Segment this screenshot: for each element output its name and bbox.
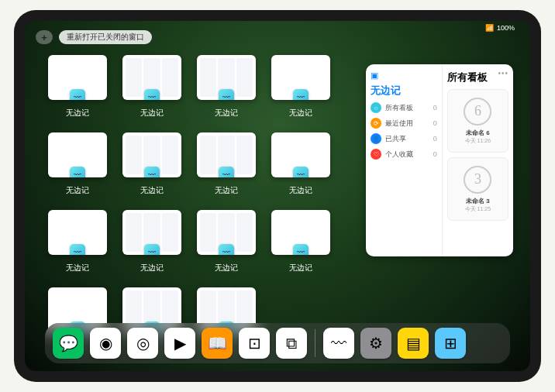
freeform-app-icon: 〰 <box>219 167 234 177</box>
dock-folder-icon[interactable]: ⊞ <box>435 328 466 359</box>
sidebar-item[interactable]: ⟳最近使用0 <box>371 118 437 129</box>
dock: 💬◉◎▶📖⊡⧉〰⚙▤⊞ <box>45 323 510 363</box>
window-thumbnail[interactable]: 〰 <box>48 210 107 255</box>
panel-sidebar: ▣ 无边记 ○所有看板0⟳最近使用0👤已共享0♡个人收藏0 <box>366 64 443 256</box>
sidebar-item[interactable]: ○所有看板0 <box>371 102 437 113</box>
window-label: 无边记 <box>289 263 312 273</box>
screen: 📶 100% + 重新打开已关闭的窗口 〰无边记〰无边记〰无边记〰无边记〰无边记… <box>25 21 530 371</box>
sidebar-item-count: 0 <box>433 104 437 112</box>
status-bar: 📶 100% <box>485 24 515 32</box>
dock-quark-hd-icon[interactable]: ◉ <box>90 328 121 359</box>
window-label: 无边记 <box>215 185 238 196</box>
freeform-app-icon: 〰 <box>293 244 309 255</box>
window-item[interactable]: 〰无边记 <box>197 55 256 119</box>
window-label: 无边记 <box>289 108 312 119</box>
dock-books-icon[interactable]: 📖 <box>202 328 233 359</box>
freeform-app-icon: 〰 <box>144 167 160 177</box>
window-thumbnail[interactable]: 〰 <box>271 55 330 100</box>
freeform-app-icon: 〰 <box>219 244 234 255</box>
window-item[interactable]: 〰无边记 <box>271 55 330 119</box>
window-label: 无边记 <box>215 108 238 119</box>
window-label: 无边记 <box>289 185 312 196</box>
window-thumbnail[interactable]: 〰 <box>197 132 256 177</box>
sidebar-item-icon: ○ <box>371 102 381 113</box>
window-item[interactable]: 〰无边记 <box>197 132 256 196</box>
add-window-button[interactable]: + <box>36 30 53 44</box>
window-label: 无边记 <box>140 185 164 196</box>
board-card[interactable]: 3未命名 3今天 11:25 <box>447 157 508 221</box>
window-thumbnail[interactable]: 〰 <box>197 210 256 255</box>
window-item[interactable]: 〰无边记 <box>122 132 181 196</box>
window-item[interactable]: 〰无边记 <box>48 210 107 273</box>
sidebar-item-count: 0 <box>433 150 437 158</box>
freeform-app-icon: 〰 <box>144 89 160 100</box>
window-label: 无边记 <box>66 108 89 119</box>
sidebar-item-label: 已共享 <box>385 134 406 144</box>
dock-freeform-icon[interactable]: 〰 <box>323 328 354 359</box>
sidebar-item-label: 所有看板 <box>385 103 413 113</box>
panel-left-title: 无边记 <box>371 84 437 98</box>
window-item[interactable]: 〰无边记 <box>197 210 256 273</box>
freeform-app-icon: 〰 <box>293 167 309 177</box>
window-item[interactable]: 〰无边记 <box>48 55 107 119</box>
sidebar-item[interactable]: ♡个人收藏0 <box>371 149 437 160</box>
freeform-app-icon: 〰 <box>144 244 160 255</box>
dock-divider <box>315 329 315 357</box>
window-thumbnail[interactable]: 〰 <box>271 132 330 177</box>
sidebar-item-icon: ⟳ <box>371 118 381 129</box>
window-label: 无边记 <box>215 263 238 273</box>
sidebar-item-label: 最近使用 <box>385 119 413 129</box>
top-controls: + 重新打开已关闭的窗口 <box>36 30 152 44</box>
sidebar-item-count: 0 <box>433 119 437 127</box>
window-label: 无边记 <box>66 263 89 273</box>
window-thumbnail[interactable]: 〰 <box>197 55 256 100</box>
sidebar-item-icon: ♡ <box>371 149 381 160</box>
window-item[interactable]: 〰无边记 <box>48 132 107 196</box>
ipad-frame: 📶 100% + 重新打开已关闭的窗口 〰无边记〰无边记〰无边记〰无边记〰无边记… <box>14 10 541 382</box>
board-time: 今天 11:26 <box>465 137 491 145</box>
battery-label: 100% <box>497 24 515 32</box>
window-item[interactable]: 〰无边记 <box>122 55 181 119</box>
sidebar-list: ○所有看板0⟳最近使用0👤已共享0♡个人收藏0 <box>371 102 437 160</box>
dock-settings-icon[interactable]: ⚙ <box>360 328 391 359</box>
freeform-app-icon: 〰 <box>70 167 85 177</box>
sidebar-item-count: 0 <box>433 135 437 143</box>
freeform-app-icon: 〰 <box>70 244 85 255</box>
window-item[interactable]: 〰无边记 <box>122 210 181 273</box>
window-thumbnail[interactable]: 〰 <box>122 132 181 177</box>
window-thumbnail[interactable]: 〰 <box>271 210 330 255</box>
dock-quark-icon[interactable]: ◎ <box>127 328 158 359</box>
dock-wechat-icon[interactable]: 💬 <box>53 328 84 359</box>
board-card[interactable]: 6未命名 6今天 11:26 <box>447 89 508 153</box>
sidebar-item-label: 个人收藏 <box>385 150 413 160</box>
board-sketch-icon: 6 <box>464 98 491 126</box>
window-thumbnail[interactable]: 〰 <box>48 55 107 100</box>
more-icon[interactable]: ••• <box>498 69 508 77</box>
dock-notes-icon[interactable]: ▤ <box>398 328 429 359</box>
board-sketch-icon: 3 <box>464 166 491 194</box>
window-label: 无边记 <box>140 108 164 119</box>
sidebar-icon[interactable]: ▣ <box>371 70 378 81</box>
reopen-closed-window-button[interactable]: 重新打开已关闭的窗口 <box>59 30 152 44</box>
board-name: 未命名 3 <box>466 197 490 205</box>
board-time: 今天 11:25 <box>465 205 491 213</box>
freeform-app-icon: 〰 <box>70 89 85 100</box>
window-label: 无边记 <box>66 185 89 196</box>
panel-content: ••• 所有看板 6未命名 6今天 11:263未命名 3今天 11:25 <box>443 64 513 256</box>
side-panel[interactable]: ▣ 无边记 ○所有看板0⟳最近使用0👤已共享0♡个人收藏0 ••• 所有看板 6… <box>366 64 513 256</box>
board-name: 未命名 6 <box>466 129 490 137</box>
window-item[interactable]: 〰无边记 <box>271 210 330 273</box>
freeform-app-icon: 〰 <box>293 89 309 100</box>
window-thumbnail[interactable]: 〰 <box>122 55 181 100</box>
dock-play-icon[interactable]: ▶ <box>164 328 195 359</box>
window-thumbnail[interactable]: 〰 <box>48 132 107 177</box>
wifi-icon: 📶 <box>485 24 494 32</box>
dock-connect-icon[interactable]: ⧉ <box>276 328 307 359</box>
freeform-app-icon: 〰 <box>219 89 234 100</box>
app-windows-grid: 〰无边记〰无边记〰无边记〰无边记〰无边记〰无边记〰无边记〰无边记〰无边记〰无边记… <box>48 55 343 351</box>
window-label: 无边记 <box>140 263 164 273</box>
window-thumbnail[interactable]: 〰 <box>122 210 181 255</box>
window-item[interactable]: 〰无边记 <box>271 132 330 196</box>
dock-dice-icon[interactable]: ⊡ <box>239 328 270 359</box>
sidebar-item[interactable]: 👤已共享0 <box>371 133 437 144</box>
